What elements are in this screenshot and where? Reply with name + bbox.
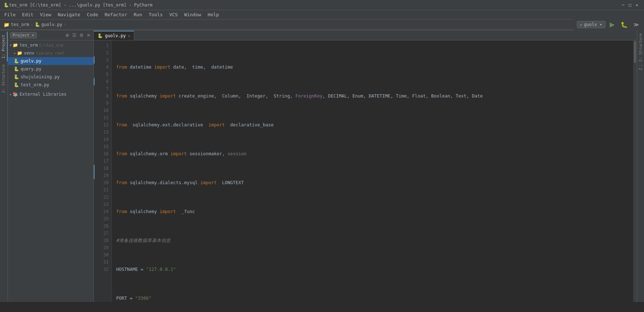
line-num-14: 14: [94, 136, 111, 143]
tab-py-icon: 🐍: [97, 33, 103, 38]
tree-venv-tag: library root: [36, 51, 64, 56]
breadcrumb-file[interactable]: guolv.py: [41, 22, 62, 27]
line-num-12: 12: [94, 121, 111, 129]
menu-refactor[interactable]: Refactor: [102, 11, 130, 18]
tree-query-label: query.py: [21, 66, 41, 72]
line-num-31: 31: [94, 259, 111, 266]
tree-query[interactable]: 🐍 query.py: [8, 65, 93, 73]
tree-shuju[interactable]: 🐍 shujuleixing.py: [8, 73, 93, 81]
app-icon: 🐍: [4, 3, 9, 8]
window-maximize[interactable]: □: [629, 3, 631, 8]
py-icon-guolv: 🐍: [14, 58, 19, 64]
tree-external-label: External Libraries: [19, 92, 66, 97]
menu-code[interactable]: Code: [84, 11, 101, 18]
line-num-25: 25: [94, 215, 111, 222]
panel-settings-btn[interactable]: ⚙: [79, 32, 84, 38]
panel-header: Project ▾ ⊕ ☰ ⚙ ✕: [8, 30, 93, 40]
line-num-28: 28: [94, 237, 111, 244]
line-num-5: 5: [94, 71, 111, 78]
tab-filename: guolv.py: [105, 33, 126, 38]
menu-vcs[interactable]: VCS: [166, 11, 180, 18]
code-line-7: #准备连接数据库基本信息: [116, 237, 633, 244]
menu-window[interactable]: Window: [181, 11, 204, 18]
panel-title: Project ▾: [10, 32, 37, 38]
line-num-1: 1: [94, 42, 111, 49]
run-config-label: guolv ▾: [584, 22, 602, 27]
window-minimize[interactable]: ─: [622, 3, 624, 8]
code-line-6: from sqlalchemy import _func: [116, 208, 633, 215]
tab-close-btn[interactable]: ✕: [128, 34, 130, 38]
breadcrumb-sep1: ›: [31, 22, 33, 27]
panel-sync-btn[interactable]: ⊕: [65, 32, 70, 38]
project-panel: Project ▾ ⊕ ☰ ⚙ ✕ ▾ 📁 tes_orm C:\tes_orm…: [8, 30, 94, 302]
more-run-button[interactable]: ≫: [632, 21, 640, 28]
line-num-13: 13: [94, 129, 111, 136]
breadcrumb-sep2: ›: [64, 22, 66, 27]
panel-collapse-btn[interactable]: ☰: [71, 32, 77, 38]
window-close[interactable]: ✕: [636, 3, 638, 8]
line-num-26: 26: [94, 222, 111, 230]
menu-run[interactable]: Run: [131, 11, 145, 18]
menu-bar: File Edit View Navigate Code Refactor Ru…: [0, 10, 644, 20]
line-numbers: 1 2 3 4 5 6 7 8 9 10 11 12 13 14 15 16 1…: [94, 40, 112, 302]
py-icon-test: 🐍: [14, 82, 19, 87]
tree-guolv[interactable]: 🐍 guolv.py: [8, 57, 93, 65]
tree-venv[interactable]: ▸ 📁 venv library root: [8, 49, 93, 57]
tree-root[interactable]: ▾ 📁 tes_orm C:\tes_orm: [8, 41, 93, 49]
code-content[interactable]: from datetime import date, time, datetim…: [112, 40, 633, 302]
menu-edit[interactable]: Edit: [19, 11, 36, 18]
line-num-6: 6: [94, 78, 111, 85]
line-num-18: 18: [94, 165, 111, 172]
panel-close-btn[interactable]: ✕: [86, 32, 91, 38]
line-num-21: 21: [94, 186, 111, 194]
line-num-24: 24: [94, 208, 111, 215]
code-line-5: from sqlalchemy.dialects.mysql import LO…: [116, 179, 633, 186]
line-num-3: 3: [94, 56, 111, 64]
expand-icon: ▾: [9, 43, 12, 48]
tree-testerm[interactable]: 🐍 test_orm.py: [8, 81, 93, 89]
py-icon-shuju: 🐍: [14, 74, 19, 79]
editor-area: 🐍 guolv.py ✕ 1 2 3 4 5 6 7 8 9 10 11 12 …: [94, 30, 637, 302]
code-line-3: from sqlalchemy.ext.declarative import d…: [116, 121, 633, 129]
line-num-23: 23: [94, 201, 111, 208]
line-num-27: 27: [94, 230, 111, 237]
menu-view[interactable]: View: [37, 11, 54, 18]
line-num-16: 16: [94, 150, 111, 157]
structure-tab-side[interactable]: 2: Structure: [0, 61, 8, 96]
expand-icon-ext: ▸: [9, 92, 12, 97]
menu-file[interactable]: File: [1, 11, 18, 18]
run-icon-small: ▶: [580, 22, 583, 27]
run-config[interactable]: ▶ guolv ▾: [577, 21, 605, 28]
line-num-7: 7: [94, 85, 111, 92]
line-num-10: 10: [94, 107, 111, 114]
run-button[interactable]: ▶: [608, 20, 616, 29]
z-label-tab[interactable]: Z: [637, 66, 644, 72]
menu-navigate[interactable]: Navigate: [55, 11, 83, 18]
tree-guolv-label: guolv.py: [21, 58, 41, 64]
tree-testerm-label: test_orm.py: [21, 82, 49, 87]
code-editor[interactable]: 1 2 3 4 5 6 7 8 9 10 11 12 13 14 15 16 1…: [94, 40, 637, 302]
folder-icon: 📁: [13, 43, 18, 48]
breadcrumb-project[interactable]: tes_orm: [11, 22, 29, 27]
z-structure-tab[interactable]: 2: Structure: [637, 30, 644, 65]
line-num-11: 11: [94, 114, 111, 121]
line-num-20: 20: [94, 179, 111, 186]
expand-icon-venv: ▸: [14, 51, 16, 56]
scrollbar-gutter[interactable]: [633, 40, 637, 302]
file-tree: ▾ 📁 tes_orm C:\tes_orm ▸ 📁 venv library …: [8, 40, 93, 302]
menu-help[interactable]: Help: [205, 11, 222, 18]
scrollbar-thumb[interactable]: [634, 41, 636, 63]
toolbar: ▶ guolv ▾ ▶ 🐛 ≫: [573, 19, 644, 31]
editor-tab-guolv[interactable]: 🐍 guolv.py ✕: [94, 31, 134, 40]
line-num-22: 22: [94, 194, 111, 201]
breadcrumb: 📁 tes_orm › 🐍 guolv.py ›: [0, 20, 573, 30]
project-tab[interactable]: 1: Project: [0, 32, 8, 61]
tree-root-label: tes_orm: [19, 43, 38, 48]
tree-root-path: C:\tes_orm: [39, 43, 63, 48]
structure-panel-tab: 2: Structure Z: [637, 30, 644, 302]
line-num-29: 29: [94, 244, 111, 251]
debug-button[interactable]: 🐛: [619, 21, 629, 29]
line-num-32: 32: [94, 266, 111, 273]
menu-tools[interactable]: Tools: [146, 11, 166, 18]
tree-external[interactable]: ▸ 📚 External Libraries: [8, 90, 93, 98]
